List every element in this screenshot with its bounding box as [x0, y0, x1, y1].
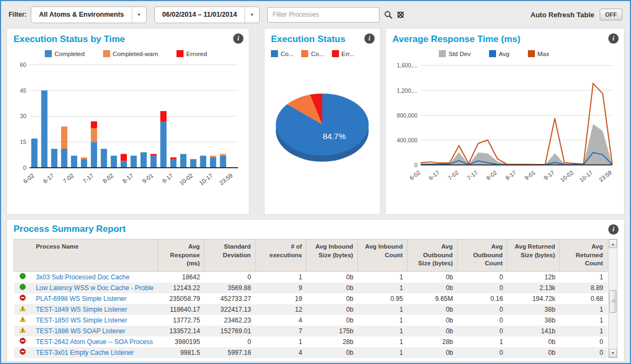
- process-name-link[interactable]: Low Latency WSS w Doc Cache - Proble: [36, 284, 153, 292]
- column-header[interactable]: Standard Deviation: [205, 239, 256, 272]
- process-name-link[interactable]: PLAT-6998 WS Simple Listener: [36, 295, 126, 303]
- table-cell: 1: [358, 336, 408, 347]
- column-header[interactable]: Avg Inbound Size (bytes): [307, 239, 358, 272]
- process-table-body: 3x03 Sub Processed Doc Cache18642010b10b…: [14, 271, 608, 358]
- legend-label: Avg: [499, 51, 510, 57]
- table-cell: 0b: [307, 283, 358, 293]
- panel-title: Average Response Time (ms): [392, 34, 618, 45]
- svg-text:9-17: 9-17: [542, 169, 555, 181]
- table-cell: 0: [205, 271, 256, 283]
- column-header[interactable]: Avg Returned Size (bytes): [507, 239, 560, 272]
- table-cell: 1: [358, 326, 408, 336]
- process-name-link[interactable]: TEST-2642 Atom Queue -- SOA Process: [36, 338, 153, 346]
- svg-text:8-17: 8-17: [504, 169, 517, 181]
- column-header[interactable]: Process Name: [31, 239, 158, 272]
- table-cell: 141b: [507, 326, 560, 336]
- process-name-link[interactable]: TEST-1886 WS SOAP Listener: [36, 327, 125, 335]
- std-dev-swatch: [439, 50, 446, 57]
- scroll-down-arrow[interactable]: ▼: [609, 349, 617, 358]
- chevron-down-icon[interactable]: ▼: [245, 7, 259, 23]
- legend-label: Completed-warn: [113, 51, 158, 57]
- table-cell: 1: [560, 271, 608, 283]
- column-header[interactable]: # of executions: [255, 239, 307, 272]
- avg-swatch: [489, 50, 496, 57]
- status-warn-icon: [19, 317, 26, 324]
- errored-swatch: [177, 50, 184, 57]
- date-range-dropdown[interactable]: 06/02/2014 – 11/01/2014 ▼: [154, 6, 260, 23]
- area-chart: 0400,000800,0001,200,...1,600,...6-026-1…: [392, 58, 618, 197]
- column-header[interactable]: Avg Inbound Count: [358, 239, 408, 272]
- scrollbar-grip: [612, 300, 615, 303]
- search-icon[interactable]: [384, 10, 393, 19]
- execution-status-panel: Execution Status i Co... Co... Err... 84…: [264, 28, 381, 215]
- svg-text:8-17: 8-17: [121, 172, 135, 184]
- vertical-scrollbar[interactable]: ▲ ▼: [608, 239, 618, 358]
- process-name-link[interactable]: TEST-1850 WS Simple Listener: [36, 317, 127, 324]
- pie-percentage-label: 84.7%: [323, 132, 346, 141]
- pie-slices: [276, 93, 369, 155]
- table-row: TEST-1886 WS SOAP Listener133572.1415276…: [14, 326, 608, 336]
- table-cell: 452733.27: [205, 293, 256, 304]
- column-header[interactable]: Avg Outbound Size (bytes): [408, 239, 458, 272]
- info-icon[interactable]: i: [233, 33, 243, 44]
- info-icon[interactable]: i: [608, 224, 619, 235]
- table-cell: 194.72k: [507, 293, 560, 304]
- info-icon[interactable]: i: [608, 33, 619, 44]
- scroll-up-arrow[interactable]: ▲: [609, 239, 617, 248]
- svg-text:23:59: 23:59: [598, 169, 613, 183]
- table-cell: 0: [457, 304, 507, 315]
- table-cell: 0: [205, 336, 256, 347]
- process-name-link[interactable]: 3x03 Sub Processed Doc Cache: [36, 273, 129, 281]
- svg-text:7-02: 7-02: [446, 169, 459, 181]
- auto-refresh-label: Auto Refresh Table: [531, 11, 594, 19]
- svg-text:10-02: 10-02: [559, 169, 575, 183]
- process-name-link[interactable]: TEST-3x01 Empty Cache Listener: [36, 349, 133, 356]
- table-row: 3x03 Sub Processed Doc Cache18642010b10b…: [14, 271, 608, 283]
- filter-processes-input[interactable]: [267, 7, 379, 23]
- table-cell: 175b: [307, 326, 358, 336]
- max-swatch: [528, 50, 535, 57]
- svg-text:6-02: 6-02: [22, 172, 36, 184]
- status-error-icon: [19, 349, 26, 356]
- process-name-link[interactable]: TEST-1849 WS Simple Listener: [36, 306, 127, 313]
- svg-text:0: 0: [23, 164, 26, 171]
- status-warn-icon: [19, 306, 26, 313]
- completed-warn-swatch: [103, 50, 110, 57]
- filter-label: Filter:: [9, 11, 26, 18]
- legend-label: Err...: [342, 51, 355, 57]
- table-cell: 1: [560, 326, 608, 336]
- svg-text:8-02: 8-02: [485, 169, 498, 181]
- table-cell: 7: [255, 326, 307, 336]
- svg-text:400,000: 400,000: [397, 137, 418, 143]
- completed-swatch: [45, 50, 52, 57]
- column-header[interactable]: Avg Response (ms): [158, 239, 204, 272]
- status-error-icon: [19, 338, 26, 346]
- table-cell: 133572.14: [158, 326, 204, 336]
- table-cell: 0b: [307, 271, 358, 283]
- table-cell: 1: [358, 283, 408, 293]
- scrollbar-thumb[interactable]: [609, 290, 616, 313]
- table-cell: 1: [358, 315, 408, 326]
- svg-text:10-17: 10-17: [578, 169, 594, 183]
- chevron-down-icon[interactable]: ▼: [132, 7, 146, 23]
- panel-title: Execution Status: [271, 34, 374, 45]
- table-cell: 4: [255, 347, 307, 358]
- table-cell: 4: [255, 315, 307, 326]
- table-cell: 0b: [408, 326, 458, 336]
- legend-label: Co...: [281, 51, 294, 57]
- table-cell: 0b: [507, 347, 560, 358]
- table-cell: 9: [255, 283, 307, 293]
- table-cell: 1: [255, 336, 307, 347]
- panel-title: Execution Status by Time: [13, 34, 242, 45]
- table-cell: 0: [457, 283, 507, 293]
- column-header[interactable]: Avg Outbound Count: [457, 239, 507, 272]
- auto-refresh-toggle[interactable]: OFF: [600, 9, 622, 20]
- table-cell: 0b: [307, 304, 358, 315]
- process-summary-report-panel: Process Summary Report i Process NameAvg…: [6, 219, 625, 362]
- column-header[interactable]: Avg Returned Count: [560, 239, 608, 272]
- status-column-header[interactable]: [14, 239, 32, 272]
- info-icon[interactable]: i: [364, 33, 375, 44]
- table-cell: 1: [457, 336, 507, 347]
- clear-search-icon[interactable]: [396, 10, 405, 19]
- atoms-environments-dropdown[interactable]: All Atoms & Environments ▼: [31, 6, 146, 23]
